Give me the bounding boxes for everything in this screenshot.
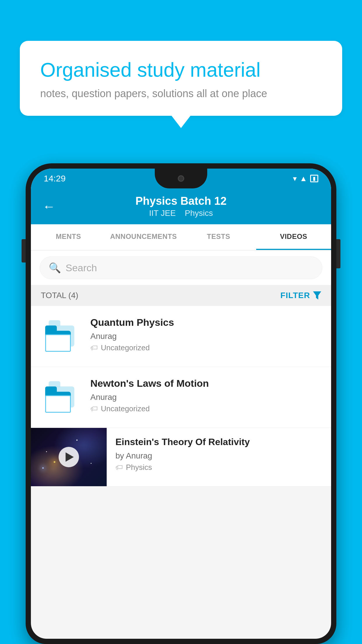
tab-videos[interactable]: VIDEOS bbox=[256, 224, 331, 250]
app-header: ← Physics Batch 12 IIT JEE Physics bbox=[31, 188, 331, 224]
video-thumb-2 bbox=[41, 377, 82, 418]
filter-button[interactable]: FILTER bbox=[280, 291, 321, 300]
play-button-3[interactable] bbox=[59, 447, 79, 467]
video-tag-3: 🏷 Physics bbox=[115, 463, 322, 472]
video-author-3: by Anurag bbox=[115, 451, 322, 461]
bubble-subtitle: notes, question papers, solutions all at… bbox=[40, 88, 322, 100]
search-container: 🔍 Search bbox=[31, 251, 331, 285]
video-author-2: Anurag bbox=[90, 393, 321, 402]
video-tag-2: 🏷 Uncategorized bbox=[90, 404, 321, 413]
total-count: TOTAL (4) bbox=[41, 291, 78, 300]
video-info-2: Newton's Laws of Motion Anurag 🏷 Uncateg… bbox=[90, 377, 321, 413]
video-author-1: Anurag bbox=[90, 332, 321, 341]
status-icons: ▾ ▲ ▮ bbox=[293, 174, 318, 183]
speech-bubble: Organised study material notes, question… bbox=[20, 41, 342, 116]
search-bar[interactable]: 🔍 Search bbox=[40, 256, 322, 279]
filter-funnel-icon bbox=[313, 291, 321, 300]
tag-icon: 🏷 bbox=[90, 343, 98, 352]
video-thumb-1 bbox=[41, 316, 82, 357]
search-placeholder: Search bbox=[66, 262, 97, 274]
phone-outer: 14:29 ▾ ▲ ▮ ← Physic bbox=[26, 163, 336, 644]
video-info-1: Quantum Physics Anurag 🏷 Uncategorized bbox=[90, 316, 321, 352]
list-item[interactable]: Einstein's Theory Of Relativity by Anura… bbox=[31, 428, 331, 487]
video-title-1: Quantum Physics bbox=[90, 316, 321, 329]
status-time: 14:29 bbox=[44, 174, 66, 183]
header-subtitle: IIT JEE Physics bbox=[149, 209, 213, 218]
speech-bubble-section: Organised study material notes, question… bbox=[20, 41, 342, 116]
video-list: Quantum Physics Anurag 🏷 Uncategorized bbox=[31, 306, 331, 487]
tabs-container: MENTS ANNOUNCEMENTS TESTS VIDEOS bbox=[31, 224, 331, 251]
status-bar: 14:29 ▾ ▲ ▮ bbox=[31, 169, 331, 188]
phone-mockup: 14:29 ▾ ▲ ▮ ← Physic bbox=[26, 163, 336, 644]
wifi-icon: ▾ bbox=[293, 174, 297, 183]
list-item[interactable]: Quantum Physics Anurag 🏷 Uncategorized bbox=[31, 306, 331, 367]
svg-marker-0 bbox=[313, 291, 321, 300]
filter-bar: TOTAL (4) FILTER bbox=[31, 285, 331, 306]
header-subtitle-part2: Physics bbox=[185, 209, 213, 218]
search-icon: 🔍 bbox=[49, 262, 61, 274]
folder-icon-2 bbox=[45, 381, 77, 413]
video-title-3: Einstein's Theory Of Relativity bbox=[115, 436, 322, 448]
video-title-2: Newton's Laws of Motion bbox=[90, 377, 321, 390]
tab-ments[interactable]: MENTS bbox=[31, 224, 106, 250]
video-info-3: Einstein's Theory Of Relativity by Anura… bbox=[107, 428, 331, 480]
signal-icon: ▲ bbox=[300, 174, 307, 183]
back-button[interactable]: ← bbox=[43, 199, 55, 214]
tag-icon: 🏷 bbox=[90, 404, 98, 413]
battery-icon: ▮ bbox=[310, 175, 318, 182]
camera-dot bbox=[178, 175, 184, 182]
video-thumbnail-3 bbox=[31, 428, 107, 486]
tab-announcements[interactable]: ANNOUNCEMENTS bbox=[106, 224, 181, 250]
folder-icon-1 bbox=[45, 320, 77, 352]
bubble-title: Organised study material bbox=[40, 58, 322, 81]
notch bbox=[155, 169, 207, 188]
list-item[interactable]: Newton's Laws of Motion Anurag 🏷 Uncateg… bbox=[31, 367, 331, 428]
phone-screen: 14:29 ▾ ▲ ▮ ← Physic bbox=[31, 169, 331, 639]
video-tag-1: 🏷 Uncategorized bbox=[90, 343, 321, 352]
play-triangle-icon bbox=[66, 452, 74, 462]
tab-tests[interactable]: TESTS bbox=[181, 224, 256, 250]
header-title: Physics Batch 12 bbox=[136, 195, 227, 207]
filter-label: FILTER bbox=[280, 291, 310, 300]
header-subtitle-part1: IIT JEE bbox=[149, 209, 176, 218]
tag-icon: 🏷 bbox=[115, 463, 123, 472]
